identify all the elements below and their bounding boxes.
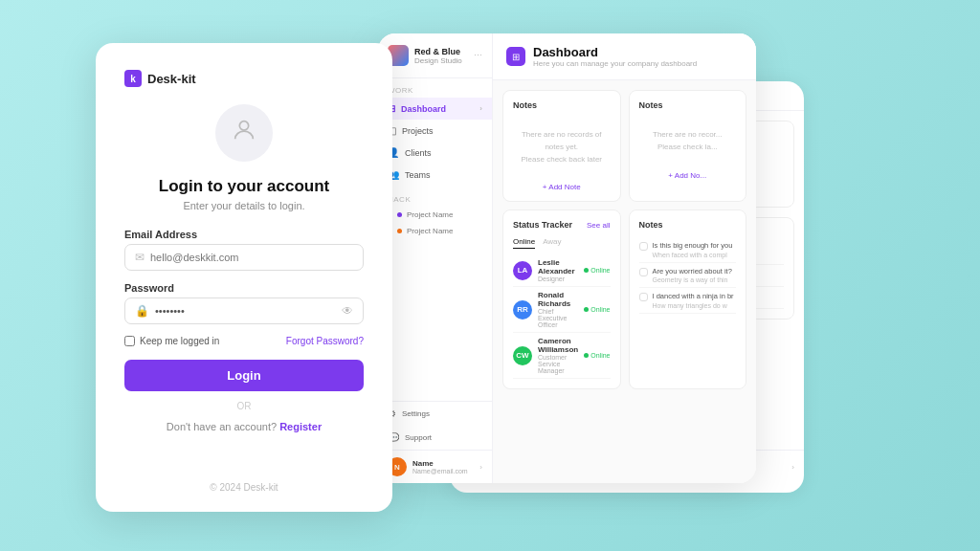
status-tracker-card: Status Tracker See all Online Away LA Le… <box>502 209 621 389</box>
login-subtitle: Enter your details to login. <box>124 200 364 211</box>
notes-card-2-title: Notes <box>639 100 737 110</box>
email-input[interactable] <box>150 252 353 263</box>
avatar-leslie: LA <box>513 261 532 280</box>
password-input[interactable] <box>155 305 336 317</box>
sub-project-1-label: Project Name <box>407 210 453 219</box>
sidebar-item-clients[interactable]: 👤 Clients <box>378 142 492 164</box>
status-user-cameron-info: Cameron Williamson Customer Service Mana… <box>538 337 578 374</box>
nav-work-section: WORK ⊞ Dashboard › ◫ Projects 👤 Clients … <box>378 78 492 187</box>
sidebar-user-info: Name Name@email.com <box>412 459 474 474</box>
dashboard-card: Red & Blue Design Studio ⋯ WORK ⊞ Dashbo… <box>378 33 756 483</box>
notes-card-2: Notes There are no recor...Please check … <box>629 90 747 202</box>
register-prompt: Don't have an account? <box>167 421 277 432</box>
user-chevron: › <box>479 463 482 472</box>
svg-point-0 <box>239 121 248 129</box>
sidebar-item-settings[interactable]: ⚙ Settings <box>378 402 492 426</box>
sidebar-user-email: Name@email.com <box>412 468 474 474</box>
note-check-2[interactable] <box>639 268 648 276</box>
note-check-1[interactable] <box>639 242 648 251</box>
leslie-role: Designer <box>538 276 578 282</box>
sidebar-user-name: Name <box>412 459 474 468</box>
login-card: k Desk-kit Login to your account Enter y… <box>96 43 392 512</box>
tab-away[interactable]: Away <box>543 237 561 249</box>
user-avatar-placeholder <box>215 104 273 162</box>
status-user-ronald-info: Ronald Richards Chief Executive Officer <box>538 291 578 328</box>
login-title: Login to your account <box>124 177 364 196</box>
note-text-3: I danced with a ninja in br <box>653 292 734 302</box>
forgot-password-link[interactable]: Forgot Password? <box>286 336 364 346</box>
workspace-toggle[interactable]: ⋯ <box>474 51 482 60</box>
note-item-2: Are you worried about it? Geometry is a … <box>639 263 737 289</box>
lock-icon: 🔒 <box>135 304 149 318</box>
status-tabs: Online Away <box>513 237 611 249</box>
ronald-role: Chief Executive Officer <box>538 308 578 328</box>
dashboard-main: ⊞ Dashboard Here you can manage your com… <box>493 33 756 483</box>
nav-section-hack-label: HACK <box>378 195 492 207</box>
ronald-status-dot <box>584 307 589 312</box>
avatar-cameron: CW <box>513 346 532 365</box>
sidebar-settings-label: Settings <box>402 409 430 418</box>
keep-logged-label[interactable]: Keep me logged in <box>124 336 219 346</box>
dashboard-content: Notes There are no records of notes yet.… <box>493 80 756 399</box>
workspace-name: Red & Blue <box>414 47 474 56</box>
login-logo: k Desk-kit <box>124 70 364 87</box>
sub-project-1[interactable]: Project Name <box>378 207 492 223</box>
note-sub-2: Geometry is a way of thin <box>653 276 732 283</box>
cameron-status: Online <box>584 352 610 359</box>
sidebar-item-dashboard-label: Dashboard <box>401 104 446 114</box>
register-link[interactable]: Register <box>279 421 322 432</box>
note-item-3: I danced with a ninja in br How many tri… <box>639 288 737 314</box>
cameron-status-dot <box>584 353 589 358</box>
sub-project-2[interactable]: Project Name <box>378 223 492 239</box>
sidebar-footer: ⚙ Settings 💬 Support N Name Name@email.c… <box>378 401 492 483</box>
notes-empty-1: There are no records of notes yet.Please… <box>513 118 611 177</box>
login-button[interactable]: Login <box>124 360 364 391</box>
sidebar-support-label: Support <box>405 433 432 442</box>
divider-or: OR <box>124 401 364 411</box>
logo-icon: k <box>124 70 142 87</box>
dashboard-title: Dashboard <box>533 45 697 59</box>
notes-side-card: Notes Is this big enough for you When fa… <box>629 209 747 389</box>
avatar-person-icon <box>231 117 257 150</box>
password-label: Password <box>124 282 364 294</box>
login-footer: © 2024 Desk-kit <box>124 482 364 493</box>
eye-icon[interactable]: 👁 <box>342 304 353 318</box>
add-note-btn-2[interactable]: + Add No... <box>639 171 737 180</box>
email-input-wrap: ✉ <box>124 244 364 271</box>
status-user-leslie: LA Leslie Alexander Designer Online <box>513 254 611 287</box>
add-note-btn-1[interactable]: + Add Note <box>513 183 611 191</box>
notes-grid: Notes There are no records of notes yet.… <box>502 90 746 202</box>
workspace-sub: Design Studio <box>414 56 474 65</box>
nav-arrow: › <box>479 104 482 113</box>
sidebar-item-teams-label: Teams <box>405 170 431 180</box>
login-options-row: Keep me logged in Forgot Password? <box>124 336 364 346</box>
sub-dot-orange <box>397 229 402 233</box>
copyright: © 2024 Desk-kit <box>210 482 278 493</box>
dashboard-sidebar: Red & Blue Design Studio ⋯ WORK ⊞ Dashbo… <box>378 33 493 483</box>
sidebar-item-support[interactable]: 💬 Support <box>378 426 492 450</box>
nav-hack-section: HACK Project Name Project Name <box>378 187 492 241</box>
notes-side-title: Notes <box>639 220 737 230</box>
keep-logged-text: Keep me logged in <box>140 336 219 346</box>
leslie-status-dot <box>584 268 589 273</box>
status-see-all[interactable]: See all <box>587 221 610 230</box>
ronald-name: Ronald Richards <box>538 291 578 308</box>
nav-section-work-label: WORK <box>378 86 492 98</box>
note-sub-3: How many triangles do w <box>653 302 734 309</box>
sidebar-item-teams[interactable]: 👥 Teams <box>378 164 492 186</box>
dashboard-header: ⊞ Dashboard Here you can manage your com… <box>493 33 756 80</box>
notes-card-1-title: Notes <box>513 100 611 110</box>
note-sub-1: When faced with a compl <box>653 252 733 258</box>
note-check-3[interactable] <box>639 293 648 301</box>
sidebar-item-projects[interactable]: ◫ Projects <box>378 120 492 142</box>
sidebar-header: Red & Blue Design Studio ⋯ <box>378 33 492 78</box>
sidebar-user[interactable]: N Name Name@email.com › <box>378 450 492 483</box>
bottom-grid: Status Tracker See all Online Away LA Le… <box>502 209 746 389</box>
cameron-name: Cameron Williamson <box>538 337 578 354</box>
status-user-cameron: CW Cameron Williamson Customer Service M… <box>513 333 611 379</box>
sidebar-item-dashboard[interactable]: ⊞ Dashboard › <box>378 98 492 120</box>
leslie-status: Online <box>584 267 610 274</box>
tab-online[interactable]: Online <box>513 237 535 249</box>
sidebar-item-projects-label: Projects <box>402 126 434 136</box>
keep-logged-checkbox[interactable] <box>124 336 135 346</box>
